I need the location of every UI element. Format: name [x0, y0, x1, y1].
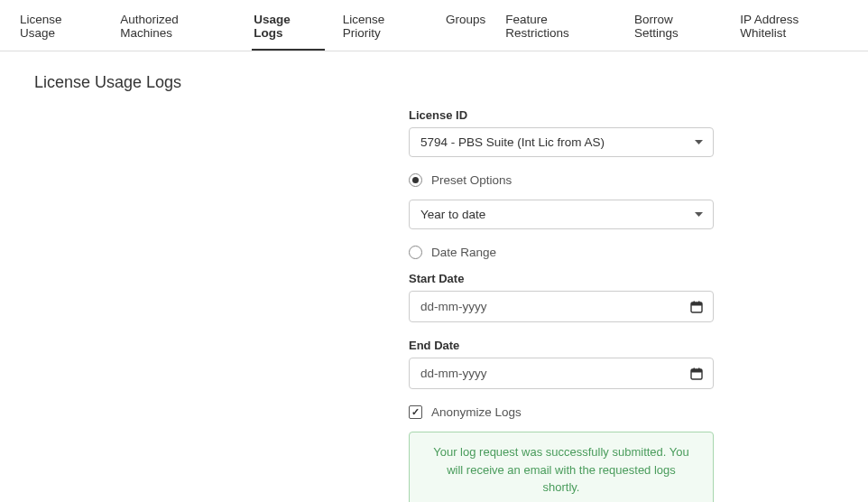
end-date-input[interactable]: dd-mm-yyyy: [409, 358, 714, 389]
tab-groups[interactable]: Groups: [444, 7, 487, 51]
anonymize-label: Anonymize Logs: [431, 405, 522, 419]
start-date-label: Start Date: [409, 272, 714, 285]
form-area: License ID 5794 - PBS Suite (Int Lic fro…: [409, 108, 714, 502]
preset-options-radio-row: Preset Options: [409, 173, 714, 187]
anonymize-row: Anonymize Logs: [409, 405, 714, 419]
anonymize-checkbox[interactable]: [409, 405, 422, 419]
tab-feature-restrictions[interactable]: Feature Restrictions: [503, 7, 616, 51]
date-range-label: Date Range: [431, 246, 496, 259]
preset-options-radio[interactable]: [409, 173, 422, 187]
preset-options-label: Preset Options: [431, 173, 512, 187]
license-id-select[interactable]: 5794 - PBS Suite (Int Lic from AS): [409, 127, 714, 157]
tab-license-priority[interactable]: License Priority: [341, 7, 428, 51]
start-date-input[interactable]: dd-mm-yyyy: [409, 291, 714, 322]
start-date-wrap: dd-mm-yyyy: [409, 291, 714, 322]
tab-authorized-machines[interactable]: Authorized Machines: [118, 7, 235, 51]
end-date-wrap: dd-mm-yyyy: [409, 358, 714, 389]
date-range-radio[interactable]: [409, 246, 422, 259]
page-title: License Usage Logs: [34, 73, 834, 92]
success-alert: Your log request was successfully submit…: [409, 432, 714, 502]
preset-options-select[interactable]: Year to date: [409, 200, 714, 229]
tab-license-usage[interactable]: License Usage: [18, 7, 102, 51]
tab-bar: License Usage Authorized Machines Usage …: [0, 0, 868, 51]
tab-borrow-settings[interactable]: Borrow Settings: [633, 7, 722, 51]
preset-options-select-wrap: Year to date: [409, 200, 714, 229]
tab-ip-whitelist[interactable]: IP Address Whitelist: [738, 7, 850, 51]
end-date-label: End Date: [409, 339, 714, 352]
license-id-select-wrap: 5794 - PBS Suite (Int Lic from AS): [409, 127, 714, 157]
content-area: License Usage Logs License ID 5794 - PBS…: [0, 51, 868, 502]
date-range-radio-row: Date Range: [409, 246, 714, 259]
license-id-label: License ID: [409, 108, 714, 122]
tab-usage-logs[interactable]: Usage Logs: [252, 7, 324, 51]
